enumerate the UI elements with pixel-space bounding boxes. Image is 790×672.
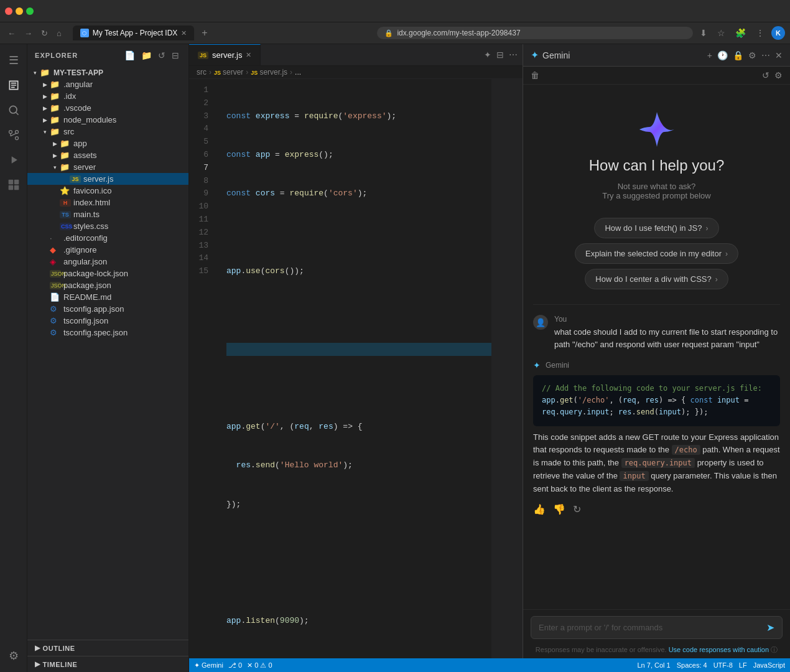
settings-icon[interactable]: ⚙ bbox=[2, 645, 25, 667]
gemini-new-chat-btn[interactable]: + bbox=[707, 50, 712, 60]
new-folder-btn[interactable]: 📁 bbox=[139, 49, 154, 62]
address-bar[interactable]: 🔒 idx.google.com/my-test-app-2098437 bbox=[377, 27, 693, 39]
retry-btn[interactable]: ↻ bbox=[573, 503, 581, 515]
file-tsconfig[interactable]: ⚙ tsconfig.json bbox=[27, 315, 188, 327]
ln-1: 1 bbox=[189, 84, 216, 97]
bookmark-icon[interactable]: ☆ bbox=[714, 26, 728, 40]
file-package-json[interactable]: JSON package.json bbox=[27, 279, 188, 291]
file-tsconfig-app[interactable]: ⚙ tsconfig.app.json bbox=[27, 303, 188, 315]
search-icon[interactable] bbox=[2, 99, 25, 121]
back-btn[interactable]: ← bbox=[5, 27, 18, 39]
gemini-history-btn[interactable]: 🕐 bbox=[717, 50, 728, 60]
explorer-icon[interactable] bbox=[2, 74, 25, 96]
code-editor[interactable]: 1 2 3 4 5 6 7 8 9 10 11 12 13 14 bbox=[189, 79, 523, 658]
status-eol[interactable]: LF bbox=[739, 661, 747, 669]
gemini-settings-btn[interactable]: ⚙ bbox=[748, 50, 756, 60]
code-line-1: const express = require('express'); bbox=[226, 110, 491, 123]
forward-btn[interactable]: → bbox=[22, 27, 35, 39]
menu-icon[interactable]: ⋮ bbox=[753, 26, 768, 40]
extensions-sidebar-icon[interactable] bbox=[2, 174, 25, 196]
file-server-js[interactable]: JS server.js bbox=[27, 173, 188, 185]
profile-btn[interactable]: K bbox=[771, 26, 785, 40]
file-gitignore[interactable]: ◆ .gitignore bbox=[27, 244, 188, 256]
file-styles-css[interactable]: CSS styles.css bbox=[27, 220, 188, 232]
thumbs-up-btn[interactable]: 👍 bbox=[533, 503, 546, 515]
breadcrumb-server[interactable]: JSserver bbox=[214, 68, 243, 77]
gemini-close-btn[interactable]: ✕ bbox=[775, 50, 783, 60]
ln-9: 9 bbox=[189, 187, 216, 200]
gemini-send-btn[interactable]: ➤ bbox=[766, 622, 774, 633]
editor-tab-server-js[interactable]: JS server.js ✕ bbox=[189, 44, 261, 65]
folder-idx[interactable]: ▶ 📁 .idx bbox=[27, 90, 188, 102]
code-line-6 bbox=[226, 304, 491, 317]
minimize-dot[interactable] bbox=[16, 7, 23, 15]
status-encoding[interactable]: UTF-8 bbox=[713, 661, 733, 669]
maximize-dot[interactable] bbox=[26, 7, 34, 15]
suggestion-explain-btn[interactable]: Explain the selected code in my editor › bbox=[575, 243, 738, 264]
file-package-lock[interactable]: JSON package-lock.json bbox=[27, 268, 188, 279]
footer-link[interactable]: Use code responses with caution bbox=[669, 646, 769, 653]
reload-btn[interactable]: ↻ bbox=[39, 27, 50, 39]
more-actions-btn[interactable]: ⋯ bbox=[509, 50, 518, 60]
breadcrumb-src[interactable]: src bbox=[197, 68, 207, 77]
status-git[interactable]: ⎇ 0 bbox=[228, 661, 242, 670]
status-spaces[interactable]: Spaces: 4 bbox=[677, 661, 707, 669]
app-label: app bbox=[73, 139, 188, 148]
folder-server[interactable]: ▾ 📁 server bbox=[27, 161, 188, 173]
file-favicon[interactable]: ⭐ favicon.ico bbox=[27, 185, 188, 197]
folder-vscode[interactable]: ▶ 📁 .vscode bbox=[27, 102, 188, 114]
file-main-ts[interactable]: TS main.ts bbox=[27, 208, 188, 220]
folder-angular[interactable]: ▶ 📁 .angular bbox=[27, 78, 188, 90]
status-line-col[interactable]: Ln 7, Col 1 bbox=[638, 661, 671, 669]
folder-assets[interactable]: ▶ 📁 assets bbox=[27, 149, 188, 161]
tab-close-icon[interactable]: ✕ bbox=[246, 51, 251, 59]
run-debug-icon[interactable] bbox=[2, 149, 25, 171]
home-btn[interactable]: ⌂ bbox=[54, 27, 64, 39]
new-file-btn[interactable]: 📄 bbox=[123, 49, 137, 62]
gemini-header-actions: + 🕐 🔒 ⚙ ⋯ ✕ bbox=[707, 50, 783, 60]
file-tsconfig-spec[interactable]: ⚙ tsconfig.spec.json bbox=[27, 327, 188, 338]
downloads-icon[interactable]: ⬇ bbox=[697, 26, 710, 40]
status-errors[interactable]: ✕ 0 ⚠ 0 bbox=[247, 661, 272, 670]
status-gemini[interactable]: ✦ Gemini bbox=[194, 661, 223, 670]
collapse-all-btn[interactable]: ⊟ bbox=[170, 49, 181, 62]
close-dot[interactable] bbox=[5, 7, 12, 15]
browser-tab-active[interactable]: ⬡ My Test App - Project IDX ✕ bbox=[73, 26, 195, 40]
folder-src[interactable]: ▾ 📁 src bbox=[27, 126, 188, 138]
project-root[interactable]: ▾ 📁 MY-TEST-APP bbox=[27, 67, 188, 78]
code-line-13 bbox=[226, 576, 491, 589]
gemini-header: ✦ Gemini + 🕐 🔒 ⚙ ⋯ ✕ bbox=[523, 44, 790, 67]
gemini-toolbar-delete-btn[interactable]: 🗑 bbox=[531, 70, 539, 80]
gemini-more-btn[interactable]: ⋯ bbox=[761, 50, 770, 60]
thumbs-down-btn[interactable]: 👎 bbox=[553, 503, 565, 515]
file-readme[interactable]: 📄 README.md bbox=[27, 291, 188, 303]
outline-panel[interactable]: ▶ OUTLINE bbox=[27, 640, 188, 656]
gemini-input-field[interactable] bbox=[539, 623, 761, 632]
tab-close-btn[interactable]: ✕ bbox=[181, 29, 187, 37]
tsconfig-label: tsconfig.json bbox=[63, 316, 188, 325]
new-tab-btn[interactable]: + bbox=[197, 25, 212, 41]
extensions-icon[interactable]: 🧩 bbox=[732, 26, 749, 40]
gemini-toolbar-refresh-btn[interactable]: ↺ bbox=[762, 70, 769, 80]
folder-node-modules[interactable]: ▶ 📁 node_modules bbox=[27, 114, 188, 126]
status-language[interactable]: JavaScript bbox=[753, 661, 785, 669]
timeline-panel[interactable]: ▶ TIMELINE bbox=[27, 656, 188, 672]
source-control-icon[interactable] bbox=[2, 124, 25, 146]
gemini-toolbar-settings-btn[interactable]: ⚙ bbox=[774, 70, 783, 80]
file-angular-json[interactable]: ◈ angular.json bbox=[27, 256, 188, 268]
refresh-btn[interactable]: ↺ bbox=[156, 49, 167, 62]
suggestion-center-btn[interactable]: How do I center a div with CSS? › bbox=[585, 269, 728, 289]
breadcrumb-dots[interactable]: ... bbox=[295, 68, 301, 77]
index-label: index.html bbox=[73, 198, 188, 207]
suggestion-fetch-btn[interactable]: How do I use fetch() in JS? › bbox=[594, 218, 718, 238]
split-view-btn[interactable]: ⊟ bbox=[496, 50, 504, 60]
src-arrow: ▾ bbox=[40, 129, 50, 135]
code-content[interactable]: const express = require('express'); cons… bbox=[216, 79, 491, 658]
folder-app[interactable]: ▶ 📁 app bbox=[27, 138, 188, 149]
split-editor-btn[interactable]: ✦ bbox=[484, 50, 491, 60]
file-editorconfig[interactable]: · .editorconfig bbox=[27, 232, 188, 244]
file-index-html[interactable]: H index.html bbox=[27, 197, 188, 208]
menu-toggle-icon[interactable]: ☰ bbox=[2, 49, 25, 72]
svg-point-2 bbox=[9, 131, 12, 134]
breadcrumb-serverjs[interactable]: JSserver.js bbox=[251, 68, 287, 77]
